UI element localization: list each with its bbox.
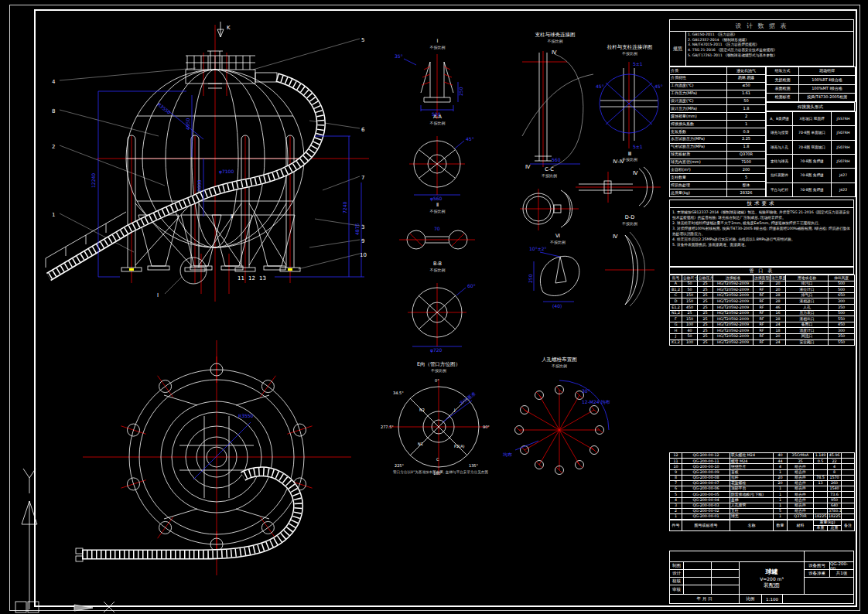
view-E-note: 管口方位以0°为基准按本图布置, 盘梯与平台安装方位见左图 bbox=[365, 470, 516, 474]
param-value: 7100 bbox=[727, 159, 766, 166]
param-label: 介质特性 bbox=[670, 74, 727, 82]
svg-text:Ⅳ: Ⅳ bbox=[633, 170, 638, 176]
svg-text:P2(A): P2(A) bbox=[454, 444, 465, 449]
param-label: 设计压力(MPa) bbox=[670, 105, 727, 113]
design-table-specs: 规范 1. GB150-2011 《压力容器》2. GB12337-2014 《… bbox=[669, 32, 854, 67]
spiral-stair bbox=[46, 77, 321, 277]
param-value: 1 bbox=[727, 121, 766, 128]
dim-right2: 4875 bbox=[354, 223, 360, 235]
param-label: 焊接接头系数 bbox=[670, 121, 727, 128]
spec-label: 规范 bbox=[670, 32, 686, 66]
section-CC-drawing bbox=[517, 179, 582, 235]
left-fold-mark bbox=[14, 462, 45, 609]
top-platform bbox=[186, 51, 277, 84]
section-DD: D-D 不按比例 Ⅳ bbox=[602, 215, 658, 311]
svg-text:5±1: 5±1 bbox=[633, 144, 643, 149]
detail-I-mark: Ⅰ bbox=[157, 292, 159, 298]
weld-row: 拉杆及附件 70-8图 角焊缝 J427 bbox=[767, 169, 856, 182]
svg-text:5: 5 bbox=[361, 37, 364, 43]
plan-radius-dim: R3550 bbox=[238, 413, 254, 418]
svg-text:C: C bbox=[436, 457, 439, 462]
svg-text:Ⅳ: Ⅳ bbox=[552, 49, 557, 56]
design-param-row: 介质特性 易燃 易爆 bbox=[670, 74, 766, 82]
svg-text:3: 3 bbox=[361, 224, 364, 230]
elevation-view: 12240 4950 2600 7240 4875 R3550 φ7100 4 … bbox=[43, 22, 377, 309]
design-data-table: 设 计 数 据 表 规范 1. GB150-2011 《压力容器》2. GB12… bbox=[669, 19, 854, 197]
svg-text:13: 13 bbox=[259, 275, 266, 281]
design-param-row: 焊接接头系数 1 bbox=[670, 121, 766, 128]
param-label: 充装系数 bbox=[670, 128, 727, 136]
spec-line: 3. NB/T47015-2011 《压力容器焊接规程》 bbox=[688, 43, 852, 48]
bom-row: 6QG-200-00-06 顶部平台1 组合件 1540 bbox=[670, 486, 855, 492]
bom-row: 1QG-200-00-01 球壳1 Q370R18225.1 18225.7 bbox=[670, 514, 855, 520]
nozzle-row: K1,2100 25HG/T20592-2009 RF24 安全阀口550 bbox=[670, 339, 855, 346]
view-bolt-drawing: 30° 12-M24 均布 均布 bbox=[501, 370, 617, 487]
bom-row: 10QG-200-00-10 缠绕垫片4 组合件 4 bbox=[670, 464, 855, 469]
plan-dimension: R3550 bbox=[193, 413, 254, 479]
svg-text:均布: 均布 bbox=[502, 452, 512, 457]
nozzle-row: J50 25HG/T20592-2009 RF20 回流口350 bbox=[670, 333, 855, 339]
svg-text:10°±2°: 10°±2° bbox=[529, 246, 546, 251]
svg-text:φ560: φ560 bbox=[430, 196, 443, 202]
svg-text:12: 12 bbox=[248, 275, 255, 281]
design-param-row: 球壳板材质 Q370R bbox=[670, 151, 766, 159]
design-param-row: 全容积(m³) 200 bbox=[670, 166, 766, 174]
svg-text:5±1: 5±1 bbox=[633, 61, 643, 67]
svg-text:Ⅳ: Ⅳ bbox=[613, 234, 618, 240]
svg-text:φ720: φ720 bbox=[430, 347, 443, 353]
param-label: 焊后热处理 bbox=[670, 182, 727, 189]
param-value: 28326 bbox=[727, 189, 766, 197]
weld-row: 平台与栏杆 70-8图 角焊缝 J422 bbox=[767, 182, 856, 196]
section-CC: C-C 不按比例 bbox=[517, 167, 582, 235]
svg-text:7: 7 bbox=[361, 175, 364, 181]
spec-lines: 1. GB150-2011 《压力容器》2. GB12337-2014 《钢制球… bbox=[686, 32, 853, 66]
svg-text:277.5°: 277.5° bbox=[381, 425, 394, 429]
svg-text:11: 11 bbox=[238, 275, 244, 281]
nozzle-table: 管 口 表 符号 公称尺寸 公称压力 连接标准 连接面型式 法兰厚度 用途或名称… bbox=[669, 267, 854, 346]
param-label: 工作温度(℃) bbox=[670, 82, 727, 90]
section-BB: B-B 不按比例 φ720 60° bbox=[393, 261, 482, 353]
design-param-row: 腐蚀裕量(mm) 2 bbox=[670, 113, 766, 121]
weld-row: 球壳与人孔 70-8图 双面坡口 J507RH bbox=[767, 140, 856, 154]
svg-text:2: 2 bbox=[52, 144, 55, 150]
note-line: 2. 球壳组装时相邻焊缝错边量不大于2mm, 棱角度E≤5mm, 焊缝返修按焊接… bbox=[672, 220, 851, 226]
param-label: 水压试验压力(MPa) bbox=[670, 135, 727, 143]
view-rod-drawing: 5±1 5±1 45° 45° bbox=[586, 57, 673, 152]
bom-row: 4QG-200-00-04 盘梯1 组合件 950 bbox=[670, 497, 855, 503]
design-right-row: 无损检测100%RT Ⅱ级合格 bbox=[767, 76, 856, 84]
notes-body: 1. 本球罐按GB12337-2014《钢制球形储罐》制造、检验和验收, 并接受… bbox=[669, 208, 854, 267]
spec-line: 4. TSG 21-2016 《固定式压力容器安全技术监察规程》 bbox=[688, 48, 852, 53]
section-AA: A-A 不按比例 φ560 45° bbox=[393, 114, 482, 201]
param-value: 2.25 bbox=[727, 135, 766, 143]
param-value: 5 bbox=[727, 174, 766, 182]
svg-text:70: 70 bbox=[434, 226, 440, 231]
dim-diameter: φ7100 bbox=[219, 169, 234, 175]
design-param-row: 总质量(kg) 28326 bbox=[670, 189, 766, 197]
design-right-row: 检测标准按JB/T4730-2005检测 bbox=[767, 93, 856, 101]
elevation-centerlines bbox=[97, 25, 369, 302]
param-value: 1.8 bbox=[727, 143, 766, 151]
bom-row: 9QG-200-00-09 盲板1 组合件 8 bbox=[670, 469, 855, 475]
spec-line: 1. GB150-2011 《压力容器》 bbox=[688, 32, 852, 38]
svg-text:4: 4 bbox=[52, 79, 56, 85]
scale-label: 比例 bbox=[739, 594, 762, 604]
svg-text:60°: 60° bbox=[467, 283, 476, 288]
svg-text:45°: 45° bbox=[596, 84, 604, 89]
bom-row: 3QG-200-00-03 人孔接管1 组合件 640 bbox=[670, 503, 855, 508]
param-value: 200 bbox=[727, 166, 766, 174]
svg-text:45°: 45° bbox=[654, 84, 663, 89]
nozzle-row: N1,225 25HG/T20592-2009 RF16 压力表口500 bbox=[670, 310, 855, 316]
nozzle-row: E1,2450 25HG/T20592-2009 RF46 人孔350 bbox=[670, 304, 855, 310]
north-arrow: K bbox=[217, 22, 231, 37]
section-AA-drawing: φ560 45° bbox=[393, 127, 482, 201]
date-cell: 年 月 日 bbox=[669, 594, 740, 604]
svg-text:J: J bbox=[453, 408, 455, 412]
detail-I-drawing: 500 250 35° bbox=[393, 51, 482, 122]
nozzle-schedule: 符号 公称尺寸 公称压力 连接标准 连接面型式 法兰厚度 用途或名称 伸出高度 … bbox=[669, 275, 855, 346]
bom-row: 5QG-200-00-05 防雷接地板(引下线)1 组合件 73.6 bbox=[670, 492, 855, 497]
param-label: 支柱数量 bbox=[670, 174, 727, 182]
param-value: 1.8 bbox=[727, 105, 766, 113]
design-param-row: 工作温度(℃) ≤50 bbox=[670, 82, 766, 90]
svg-text:250: 250 bbox=[458, 87, 463, 96]
svg-text:35°: 35° bbox=[395, 53, 403, 59]
